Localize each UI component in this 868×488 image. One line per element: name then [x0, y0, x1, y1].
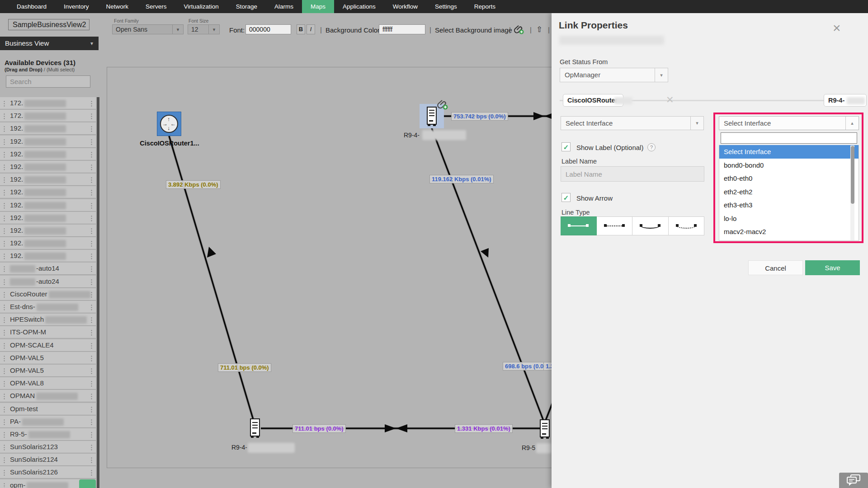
- support-chat-badge[interactable]: [79, 479, 96, 488]
- help-icon[interactable]: ?: [647, 143, 656, 151]
- node-r95[interactable]: [540, 419, 551, 441]
- device-label: -auto14: [36, 264, 59, 272]
- line-type-option[interactable]: [597, 216, 633, 235]
- redacted-text: [36, 393, 78, 400]
- device-list-item[interactable]: SunSolaris2126: [0, 466, 96, 479]
- label-name-input[interactable]: [561, 166, 704, 182]
- device-list-item[interactable]: 192.: [0, 212, 96, 224]
- view-type-dropdown[interactable]: Business View ▾: [0, 37, 99, 50]
- device-list-item[interactable]: -auto14: [0, 263, 96, 275]
- nav-item[interactable]: Workflow: [384, 0, 426, 13]
- device-list-item[interactable]: CiscoRouter: [0, 288, 96, 300]
- nav-item[interactable]: Settings: [426, 0, 466, 13]
- interface-option[interactable]: Select Interface: [719, 145, 859, 159]
- redacted-text: [27, 482, 68, 488]
- interface-search-input[interactable]: [721, 132, 857, 144]
- device-list-item[interactable]: 172.: [0, 110, 96, 122]
- endpoint-right-name: R9-4-: [828, 97, 844, 104]
- nav-item[interactable]: Inventory: [55, 0, 98, 13]
- interface-option[interactable]: eth3-eth3: [719, 198, 859, 212]
- nav-item[interactable]: Alarms: [266, 0, 302, 13]
- redacted-text: [847, 97, 865, 104]
- get-status-from-dropdown[interactable]: OpManager ▾: [560, 68, 668, 82]
- show-label-checkbox[interactable]: ✓: [561, 142, 571, 151]
- line-style-glyph: [568, 223, 589, 229]
- nav-item[interactable]: Storage: [227, 0, 266, 13]
- device-list-item[interactable]: HPESwitch: [0, 314, 96, 326]
- device-list-item[interactable]: 192.: [0, 174, 96, 186]
- show-arrow-checkbox[interactable]: ✓: [561, 193, 571, 202]
- nav-item[interactable]: Virtualization: [175, 0, 227, 13]
- device-list-item[interactable]: 192.: [0, 199, 96, 211]
- device-label: OPM-SCALE4: [10, 341, 54, 349]
- interface-option[interactable]: macv2-macv2: [719, 225, 859, 239]
- interface-option[interactable]: bond0-bond0: [719, 159, 859, 172]
- device-list-item[interactable]: 192.: [0, 136, 96, 148]
- chevron-down-icon: ▾: [690, 117, 703, 130]
- device-list-item[interactable]: 192.: [0, 237, 96, 249]
- line-style-glyph: [604, 223, 625, 229]
- device-list-item[interactable]: ITS-OPM-M: [0, 326, 96, 338]
- redacted-text: [24, 253, 66, 260]
- save-button[interactable]: Save: [805, 260, 860, 275]
- device-search-input[interactable]: [6, 75, 90, 88]
- paperclip-attach-icon[interactable]: [437, 99, 448, 112]
- feedback-chat-button[interactable]: [839, 473, 868, 488]
- device-list-item[interactable]: OPM-SCALE4: [0, 339, 96, 352]
- device-list-item[interactable]: -auto24: [0, 276, 96, 288]
- redacted-text: [24, 189, 66, 196]
- nav-item[interactable]: Servers: [137, 0, 175, 13]
- nav-item[interactable]: Applications: [334, 0, 384, 13]
- node-r94-bottom[interactable]: [250, 418, 261, 440]
- device-list-item[interactable]: SunSolaris2124: [0, 454, 96, 466]
- device-list-item[interactable]: PA-: [0, 416, 96, 428]
- link-router-to-r94bottom: [169, 136, 255, 424]
- nav-item[interactable]: Reports: [466, 0, 504, 13]
- device-list-item[interactable]: Est-dns-: [0, 301, 96, 313]
- device-list-item[interactable]: SunSolaris2123: [0, 441, 96, 453]
- interface-left-placeholder: Select Interface: [566, 117, 613, 130]
- cancel-button[interactable]: Cancel: [748, 260, 803, 275]
- arrow-marker: [207, 247, 216, 258]
- line-type-option[interactable]: [632, 216, 669, 235]
- line-type-option[interactable]: [561, 216, 597, 235]
- interface-right-dropdown[interactable]: Select Interface ▴: [719, 116, 859, 130]
- device-list-item[interactable]: 192.: [0, 148, 96, 160]
- interface-option[interactable]: eth0-eth0: [719, 172, 859, 185]
- device-list-item[interactable]: 192.: [0, 186, 96, 198]
- close-icon[interactable]: ×: [833, 21, 841, 35]
- nav-item[interactable]: Maps: [302, 0, 334, 13]
- interface-left-dropdown[interactable]: Select Interface ▾: [561, 116, 704, 130]
- available-devices-title: Available Devices (31): [5, 59, 75, 66]
- line-type-option[interactable]: [669, 216, 705, 235]
- interface-options-list: Select Interface bond0-bond0 eth0-eth0 e…: [719, 145, 859, 241]
- device-list-item[interactable]: 192.: [0, 225, 96, 237]
- interface-option[interactable]: lo-lo: [719, 212, 859, 225]
- device-list-item[interactable]: Opm-test: [0, 403, 96, 415]
- device-list-item[interactable]: OPM-VAL8: [0, 377, 96, 389]
- dropdown-scrollbar-thumb[interactable]: [851, 146, 854, 204]
- device-label: 192.: [10, 188, 23, 196]
- bowtie-arrow: [533, 112, 544, 120]
- view-name-input[interactable]: [8, 19, 90, 30]
- device-list-item[interactable]: R9-5-: [0, 428, 96, 441]
- device-list-item[interactable]: OPM-VAL5: [0, 352, 96, 364]
- device-list-item[interactable]: 192.: [0, 122, 96, 135]
- node-cisco-router[interactable]: ↑↓→←: [157, 112, 181, 136]
- nav-item[interactable]: Network: [98, 0, 137, 13]
- device-label: Opm-test: [10, 405, 38, 413]
- nav-item[interactable]: Dashboard: [8, 0, 55, 13]
- redacted-text: [24, 240, 66, 247]
- interface-option[interactable]: eth2-eth2: [719, 185, 859, 199]
- device-list-item[interactable]: OPM-VAL5: [0, 365, 96, 377]
- redacted-text: [24, 227, 66, 235]
- device-list-item[interactable]: OPMAN: [0, 390, 96, 402]
- redacted-text: [248, 443, 295, 453]
- device-label: 192.: [10, 239, 23, 247]
- device-list-item[interactable]: 192.: [0, 250, 96, 262]
- sidebar-scrollbar[interactable]: [97, 97, 99, 488]
- device-list-item[interactable]: 192.: [0, 161, 96, 173]
- link-middle-marker: ✕: [666, 94, 674, 105]
- device-list-item[interactable]: 172.: [0, 97, 96, 109]
- redacted-text: [24, 202, 66, 209]
